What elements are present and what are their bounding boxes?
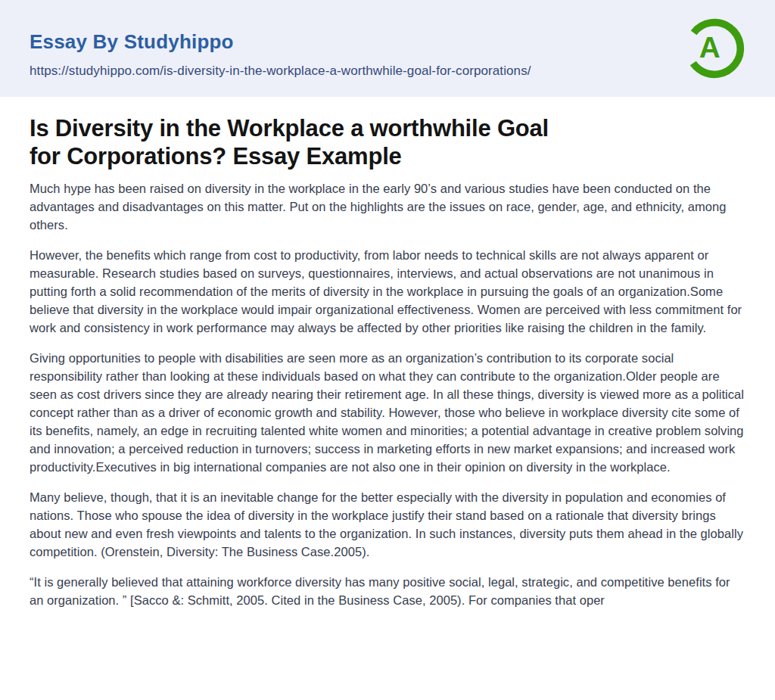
essay-paragraph-2: However, the benefits which range from c… (30, 246, 745, 337)
logo-letter: A (699, 31, 721, 64)
essay-content: Is Diversity in the Workplace a worthwhi… (0, 97, 775, 609)
essay-paragraph-1: Much hype has been raised on diversity i… (30, 179, 745, 234)
site-title: Essay By Studyhippo (30, 0, 745, 52)
logo-arc-icon: A (681, 15, 748, 82)
essay-paragraph-4: Many believe, though, that it is an inev… (30, 488, 745, 561)
essay-title: Is Diversity in the Workplace a worthwhi… (30, 114, 745, 170)
essay-paragraph-5: “It is generally believed that attaining… (30, 573, 745, 609)
page-header: Essay By Studyhippo https://studyhippo.c… (0, 0, 775, 97)
essay-paragraph-3: Giving opportunities to people with disa… (30, 349, 745, 476)
essay-title-line-1: Is Diversity in the Workplace a worthwhi… (30, 114, 745, 142)
page-url: https://studyhippo.com/is-diversity-in-t… (30, 64, 745, 78)
studyhippo-logo: A (681, 15, 748, 82)
essay-title-line-2: for Corporations? Essay Example (30, 142, 745, 170)
